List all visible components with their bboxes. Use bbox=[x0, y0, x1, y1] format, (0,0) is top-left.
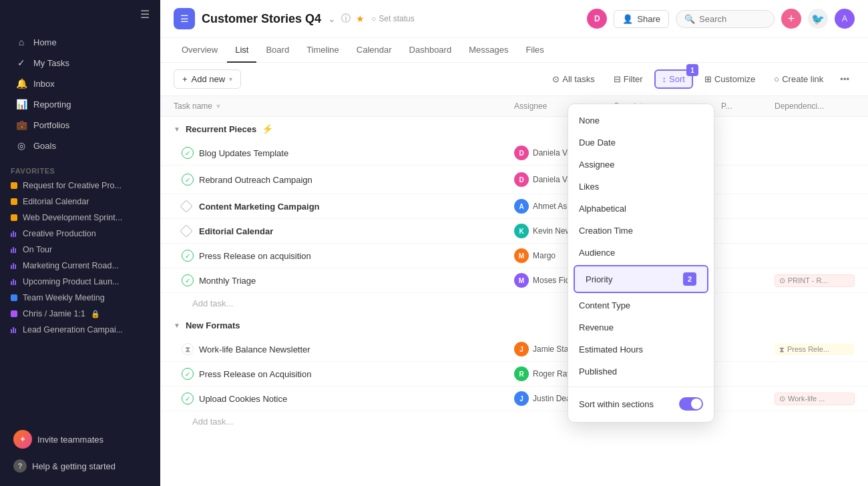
sort-option-audience[interactable]: Audience bbox=[568, 242, 714, 264]
invite-teammates-button[interactable]: + Invite teammates bbox=[5, 425, 155, 454]
main-content: ☰ Customer Stories Q4 ⌄ ⓘ ★ ○ Set status… bbox=[160, 0, 868, 486]
fav-label: Chris / Jamie 1:1 bbox=[23, 309, 85, 318]
fav-item-marketing[interactable]: Marketing Current Road... bbox=[0, 258, 160, 274]
fav-item-web-dev[interactable]: Web Development Sprint... bbox=[0, 210, 160, 226]
task-deps: ⊙ PRINT - R... bbox=[775, 274, 855, 287]
sidebar-toggle-button[interactable]: ☰ bbox=[174, 8, 195, 29]
sort-within-sections-toggle[interactable]: Sort within sections bbox=[568, 391, 714, 417]
tab-board[interactable]: Board bbox=[258, 38, 297, 63]
sort-option-likes[interactable]: Likes bbox=[568, 176, 714, 198]
sort-option-creation-time[interactable]: Creation Time bbox=[568, 220, 714, 242]
sort-option-revenue[interactable]: Revenue bbox=[568, 316, 714, 338]
info-icon[interactable]: ⓘ bbox=[341, 13, 351, 25]
fav-dot bbox=[11, 294, 17, 301]
chevron-icon: ▼ bbox=[174, 126, 180, 133]
create-button[interactable]: + bbox=[781, 9, 801, 29]
assignee-avatar: K bbox=[514, 224, 529, 238]
assignee-avatar: J bbox=[514, 342, 529, 356]
fav-dot bbox=[11, 310, 17, 317]
fav-item-on-tour[interactable]: On Tour bbox=[0, 242, 160, 258]
sidebar-item-home[interactable]: ⌂ Home bbox=[5, 32, 155, 52]
dropdown-chevron-icon[interactable]: ⌄ bbox=[328, 13, 336, 24]
add-task-row[interactable]: Add task... bbox=[160, 293, 868, 314]
share-button[interactable]: 👤 Share bbox=[614, 10, 669, 28]
help-button[interactable]: ? Help & getting started bbox=[5, 454, 155, 478]
add-task-row-2[interactable]: Add task... bbox=[160, 411, 868, 432]
fav-item-lead-gen[interactable]: Lead Generation Campai... bbox=[0, 322, 160, 338]
col-deps-header: Dependenci... bbox=[775, 101, 855, 111]
all-tasks-label: All tasks bbox=[562, 74, 594, 84]
tab-list[interactable]: List bbox=[227, 38, 256, 63]
topbar-left: ☰ Customer Stories Q4 ⌄ ⓘ ★ ○ Set status bbox=[174, 8, 415, 29]
menu-icon[interactable]: ☰ bbox=[140, 8, 150, 21]
sort-option-published[interactable]: Published bbox=[568, 360, 714, 383]
sidebar-item-reporting[interactable]: 📊 Reporting bbox=[5, 94, 155, 114]
sort-icon: ↕ bbox=[662, 74, 667, 84]
fav-label: Creative Production bbox=[23, 229, 96, 238]
user-avatar-1[interactable]: D bbox=[587, 9, 607, 29]
fav-item-editorial[interactable]: Editorial Calendar bbox=[0, 194, 160, 210]
sidebar-item-portfolios[interactable]: 💼 Portfolios bbox=[5, 115, 155, 135]
task-hourglass-icon[interactable]: ⧗ bbox=[182, 343, 194, 355]
link-icon: ○ bbox=[774, 74, 779, 84]
fav-item-upcoming[interactable]: Upcoming Product Laun... bbox=[0, 274, 160, 290]
toolbar-left: + Add new ▾ bbox=[174, 69, 241, 89]
sort-option-none[interactable]: None bbox=[568, 109, 714, 132]
task-name: Content Marketing Campaign bbox=[199, 202, 514, 212]
all-tasks-button[interactable]: ⊙ All tasks bbox=[545, 70, 602, 88]
task-check-icon[interactable]: ✓ bbox=[182, 147, 194, 159]
star-icon[interactable]: ★ bbox=[356, 13, 365, 24]
sidebar-item-inbox[interactable]: 🔔 Inbox bbox=[5, 73, 155, 93]
task-check-icon[interactable]: ✓ bbox=[182, 393, 194, 405]
sort-option-alphabetical[interactable]: Alphabetical bbox=[568, 198, 714, 220]
sort-option-priority[interactable]: Priority 2 bbox=[574, 265, 708, 293]
tab-messages[interactable]: Messages bbox=[461, 38, 516, 63]
task-check-icon[interactable]: ✓ bbox=[182, 174, 194, 186]
user-avatar-bird[interactable]: 🐦 bbox=[808, 9, 828, 29]
sort-option-content-type[interactable]: Content Type bbox=[568, 294, 714, 316]
home-icon: ⌂ bbox=[16, 37, 27, 47]
user-avatar-2[interactable]: A bbox=[835, 9, 855, 29]
bell-icon: 🔔 bbox=[16, 78, 27, 89]
toggle-switch[interactable] bbox=[679, 397, 703, 411]
task-name: Monthly Triage bbox=[199, 276, 514, 286]
fav-label: Marketing Current Road... bbox=[23, 261, 119, 270]
fav-item-team-weekly[interactable]: Team Weekly Meeting bbox=[0, 290, 160, 306]
status-label: Set status bbox=[379, 14, 414, 23]
filter-button[interactable]: ⊟ Filter bbox=[606, 70, 650, 88]
section-newformats-header[interactable]: ▼ New Formats bbox=[160, 314, 868, 337]
search-box[interactable]: 🔍 bbox=[676, 10, 775, 28]
task-check-icon[interactable]: ✓ bbox=[182, 250, 194, 262]
fav-item-chris-jamie[interactable]: Chris / Jamie 1:1 🔒 bbox=[0, 306, 160, 322]
fav-item-creative-prod[interactable]: Creative Production bbox=[0, 226, 160, 242]
task-check-icon[interactable]: ✓ bbox=[182, 274, 194, 286]
task-check-diamond-icon[interactable] bbox=[180, 200, 193, 213]
sort-option-assignee[interactable]: Assignee bbox=[568, 154, 714, 176]
bolt-icon: ⚡ bbox=[262, 124, 273, 134]
tab-dashboard[interactable]: Dashboard bbox=[401, 38, 460, 63]
task-check-diamond-icon[interactable] bbox=[180, 224, 193, 238]
tab-calendar[interactable]: Calendar bbox=[349, 38, 400, 63]
fav-item-req-creative[interactable]: Request for Creative Pro... bbox=[0, 178, 160, 194]
section-recurrent-header[interactable]: ▼ Recurrent Pieces ⚡ bbox=[160, 117, 868, 141]
search-input[interactable] bbox=[699, 14, 766, 24]
task-col-label: Task name bbox=[174, 101, 212, 111]
task-name: Editorial Calendar bbox=[199, 226, 514, 236]
tab-overview[interactable]: Overview bbox=[174, 38, 226, 63]
set-status-button[interactable]: ○ Set status bbox=[371, 14, 415, 23]
task-name: Press Release on Acquisition bbox=[199, 369, 514, 379]
tab-timeline[interactable]: Timeline bbox=[298, 38, 347, 63]
sidebar-item-goals[interactable]: ◎ Goals bbox=[5, 136, 155, 156]
tab-files[interactable]: Files bbox=[517, 38, 552, 63]
sort-option-estimated-hours[interactable]: Estimated Hours bbox=[568, 338, 714, 360]
task-row: ✓ Rebrand Outreach Campaign D Daniela Va… bbox=[160, 166, 868, 194]
add-new-button[interactable]: + Add new ▾ bbox=[174, 69, 241, 89]
sort-option-due-date[interactable]: Due Date bbox=[568, 132, 714, 154]
task-check-icon[interactable]: ✓ bbox=[182, 368, 194, 380]
more-options-button[interactable]: ••• bbox=[835, 71, 855, 87]
customize-button[interactable]: ⊞ Customize bbox=[697, 70, 763, 88]
sort-within-label: Sort within sections bbox=[579, 399, 654, 409]
help-label: Help & getting started bbox=[32, 461, 116, 471]
sidebar-item-my-tasks[interactable]: ✓ My Tasks bbox=[5, 53, 155, 73]
create-link-button[interactable]: ○ Create link bbox=[767, 70, 831, 88]
